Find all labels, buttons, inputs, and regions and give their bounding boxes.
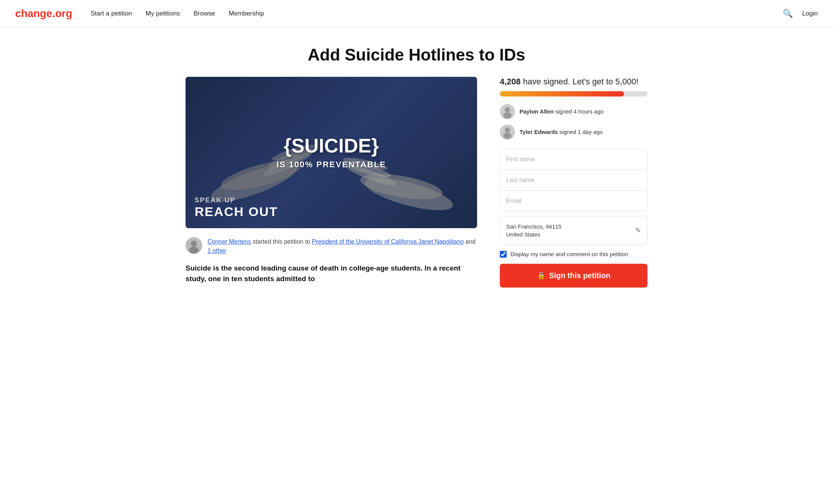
and-text: and	[465, 238, 476, 245]
petition-image: {SUICIDE} IS 100% PREVENTABLE SPEAK UP R…	[186, 77, 477, 228]
svg-point-12	[189, 247, 199, 254]
sign-petition-button[interactable]: 🔒 Sign this petition	[500, 264, 647, 288]
started-text: started this petition to	[253, 238, 312, 245]
image-title: {SUICIDE}	[193, 135, 470, 157]
svg-point-15	[503, 112, 512, 118]
progress-bar-container	[500, 91, 647, 96]
nav-start-petition[interactable]: Start a petition	[90, 10, 132, 17]
goal-text: Let's get to 5,000!	[572, 77, 638, 86]
signed-label: have signed.	[523, 77, 572, 86]
first-name-input[interactable]	[500, 149, 647, 170]
location-row: San Francisco, 94115 United States ✎	[500, 216, 647, 245]
starter-link[interactable]: Conner Mertens	[207, 238, 251, 245]
reach-out-text: REACH OUT	[195, 204, 278, 219]
site-header: change.org Start a petition My petitions…	[0, 0, 833, 27]
nav-browse[interactable]: Browse	[193, 10, 215, 17]
header-right: 🔍 Login	[781, 7, 818, 20]
signers-list: Payton Allen signed 4 hours ago Tyler Ed…	[500, 104, 647, 140]
image-subtitle: IS 100% PREVENTABLE	[193, 160, 470, 170]
page-title: Add Suicide Hotlines to IDs	[15, 45, 818, 65]
image-content: {SUICIDE} IS 100% PREVENTABLE	[186, 128, 477, 177]
speak-up-text: SPEAK UP	[195, 196, 278, 204]
last-name-input[interactable]	[500, 170, 647, 191]
page-title-section: Add Suicide Hotlines to IDs	[0, 27, 833, 77]
location-line2: United States	[506, 230, 562, 238]
signer-time-2: signed 1 day ago	[560, 129, 603, 135]
signer-text-1: Payton Allen signed 4 hours ago	[519, 108, 604, 115]
signer-item: Payton Allen signed 4 hours ago	[500, 104, 647, 119]
location-text: San Francisco, 94115 United States	[506, 222, 562, 238]
signer-name-2: Tyler Edwards	[519, 129, 558, 135]
petition-started-text: Conner Mertens started this petition to …	[207, 237, 477, 255]
signer-item-2: Tyler Edwards signed 1 day ago	[500, 124, 647, 140]
checkbox-label: Display my name and comment on this peti…	[510, 251, 628, 257]
nav-my-petitions[interactable]: My petitions	[146, 10, 180, 17]
other-link[interactable]: 1 other	[207, 247, 226, 254]
petition-info: Conner Mertens started this petition to …	[186, 237, 477, 255]
edit-location-icon[interactable]: ✎	[635, 226, 641, 235]
display-name-checkbox[interactable]	[500, 251, 507, 258]
image-bottom-text: SPEAK UP REACH OUT	[195, 196, 278, 219]
lock-icon: 🔒	[537, 271, 545, 280]
signer-avatar-1	[500, 104, 515, 119]
signer-text-2: Tyler Edwards signed 1 day ago	[519, 129, 603, 135]
location-line1: San Francisco, 94115	[506, 222, 562, 230]
petition-form	[500, 149, 647, 212]
main-nav: Start a petition My petitions Browse Mem…	[90, 10, 781, 17]
email-input[interactable]	[500, 191, 647, 211]
progress-bar-fill	[500, 91, 624, 96]
signer-avatar-2	[500, 124, 515, 140]
svg-point-14	[505, 107, 510, 112]
right-column: 4,208 have signed. Let's get to 5,000! P…	[500, 77, 647, 288]
checkbox-row: Display my name and comment on this peti…	[500, 251, 647, 258]
signed-count: 4,208	[500, 77, 521, 86]
svg-point-11	[191, 241, 197, 247]
search-button[interactable]: 🔍	[781, 7, 794, 20]
svg-point-18	[503, 133, 512, 139]
site-logo[interactable]: change.org	[15, 8, 72, 20]
sign-button-label: Sign this petition	[549, 271, 610, 280]
left-column: {SUICIDE} IS 100% PREVENTABLE SPEAK UP R…	[186, 77, 477, 285]
signer-name-1: Payton Allen	[519, 108, 554, 115]
starter-avatar	[186, 237, 202, 254]
signer-time-label-1: signed 4 hours ago	[555, 108, 604, 115]
nav-membership[interactable]: Membership	[229, 10, 264, 17]
signature-count: 4,208 have signed. Let's get to 5,000!	[500, 77, 647, 87]
svg-point-17	[505, 128, 510, 133]
target-link[interactable]: President of the University of Californi…	[312, 238, 464, 245]
petition-body: Suicide is the second leading cause of d…	[186, 263, 477, 285]
login-button[interactable]: Login	[802, 10, 818, 17]
main-content: {SUICIDE} IS 100% PREVENTABLE SPEAK UP R…	[170, 77, 663, 310]
